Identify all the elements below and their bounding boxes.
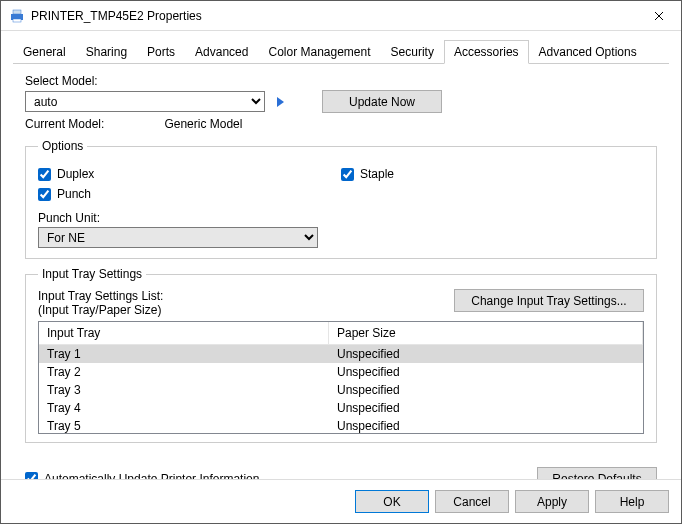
tab-accessories[interactable]: Accessories [444, 40, 529, 64]
tab-advanced-options[interactable]: Advanced Options [529, 40, 647, 64]
accessories-panel: Select Model: auto Update Now Current Mo… [13, 64, 669, 459]
punch-unit-label: Punch Unit: [38, 211, 644, 225]
select-model-combo[interactable]: auto [25, 91, 265, 112]
table-row[interactable]: Tray 4Unspecified [39, 399, 643, 417]
tab-sharing[interactable]: Sharing [76, 40, 137, 64]
tray-table: Input Tray Paper Size Tray 1UnspecifiedT… [38, 321, 644, 434]
current-model-label: Current Model: [25, 117, 104, 131]
tray-table-body[interactable]: Tray 1UnspecifiedTray 2UnspecifiedTray 3… [39, 345, 643, 433]
tab-security[interactable]: Security [381, 40, 444, 64]
tab-ports[interactable]: Ports [137, 40, 185, 64]
punch-checkbox[interactable] [38, 188, 51, 201]
punch-unit-combo[interactable]: For NE [38, 227, 318, 248]
tray-table-header: Input Tray Paper Size [39, 322, 643, 345]
input-tray-group: Input Tray Settings Input Tray Settings … [25, 267, 657, 443]
tray-list-label: Input Tray Settings List: [38, 289, 163, 303]
apply-button[interactable]: Apply [515, 490, 589, 513]
svg-rect-2 [13, 19, 21, 22]
options-group: Options Duplex Punch [25, 139, 657, 259]
punch-label: Punch [57, 187, 91, 201]
table-row[interactable]: Tray 1Unspecified [39, 345, 643, 363]
table-row[interactable]: Tray 5Unspecified [39, 417, 643, 433]
update-now-button[interactable]: Update Now [322, 90, 442, 113]
ok-button[interactable]: OK [355, 490, 429, 513]
change-tray-settings-button[interactable]: Change Input Tray Settings... [454, 289, 644, 312]
current-model-value: Generic Model [164, 117, 242, 131]
table-row[interactable]: Tray 3Unspecified [39, 381, 643, 399]
tab-general[interactable]: General [13, 40, 76, 64]
help-button[interactable]: Help [595, 490, 669, 513]
staple-checkbox[interactable] [341, 168, 354, 181]
options-legend: Options [38, 139, 87, 153]
tab-advanced[interactable]: Advanced [185, 40, 258, 64]
input-tray-legend: Input Tray Settings [38, 267, 146, 281]
col-paper-size[interactable]: Paper Size [329, 322, 643, 344]
duplex-checkbox[interactable] [38, 168, 51, 181]
titlebar: PRINTER_TMP45E2 Properties [1, 1, 681, 31]
tray-list-sublabel: (Input Tray/Paper Size) [38, 303, 163, 317]
svg-rect-1 [13, 10, 21, 14]
properties-dialog: PRINTER_TMP45E2 Properties GeneralSharin… [0, 0, 682, 524]
duplex-label: Duplex [57, 167, 94, 181]
col-input-tray[interactable]: Input Tray [39, 322, 329, 344]
window-title: PRINTER_TMP45E2 Properties [31, 9, 636, 23]
table-row[interactable]: Tray 2Unspecified [39, 363, 643, 381]
cancel-button[interactable]: Cancel [435, 490, 509, 513]
play-icon[interactable] [277, 97, 284, 107]
tab-color-management[interactable]: Color Management [258, 40, 380, 64]
printer-icon [9, 8, 25, 24]
dialog-buttons: OK Cancel Apply Help [1, 479, 681, 523]
tab-bar: GeneralSharingPortsAdvancedColor Managem… [13, 39, 669, 64]
close-button[interactable] [636, 1, 681, 30]
staple-label: Staple [360, 167, 394, 181]
select-model-label: Select Model: [25, 74, 657, 88]
